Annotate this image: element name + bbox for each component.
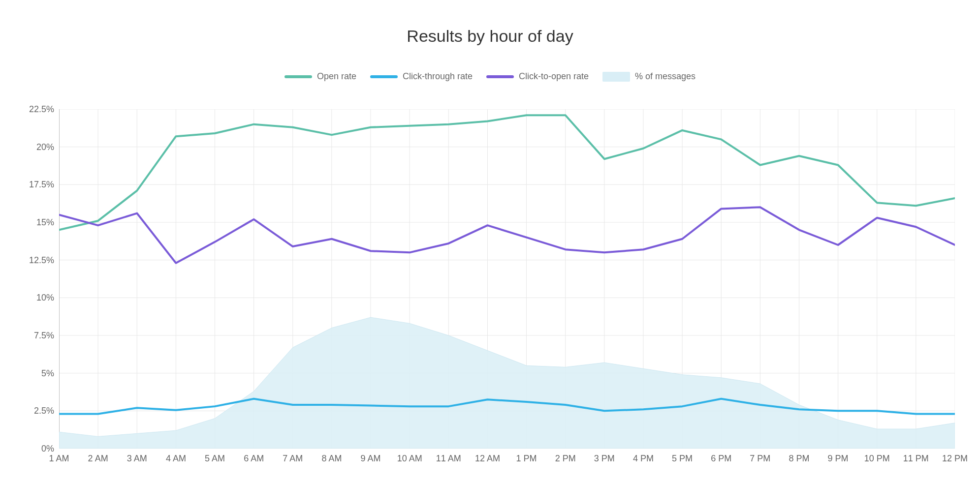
- x-tick-label: 12 AM: [475, 454, 500, 464]
- y-tick-label: 20%: [15, 142, 54, 152]
- y-tick-label: 5%: [15, 368, 54, 378]
- x-tick-label: 8 AM: [321, 454, 342, 464]
- x-tick-label: 9 PM: [828, 454, 849, 464]
- legend-item-ctr[interactable]: Click-through rate: [370, 71, 473, 82]
- legend-swatch-open-rate: [285, 75, 312, 78]
- x-tick-label: 11 AM: [436, 454, 461, 464]
- y-tick-label: 12.5%: [15, 255, 54, 265]
- x-tick-label: 12 PM: [942, 454, 968, 464]
- legend-label-pct-messages: % of messages: [635, 71, 695, 82]
- legend-label-open-rate: Open rate: [317, 71, 356, 82]
- x-tick-label: 11 PM: [903, 454, 929, 464]
- x-tick-label: 3 PM: [594, 454, 615, 464]
- x-tick-label: 7 AM: [283, 454, 303, 464]
- x-tick-label: 2 AM: [88, 454, 108, 464]
- y-tick-label: 10%: [15, 293, 54, 303]
- y-tick-label: 0%: [15, 444, 54, 454]
- plot-area: 0%2.5%5%7.5%10%12.5%15%17.5%20%22.5%1 AM…: [59, 109, 955, 449]
- chart-container: Results by hour of day Open rate Click-t…: [0, 0, 980, 484]
- legend-item-open-rate[interactable]: Open rate: [285, 71, 356, 82]
- x-tick-label: 6 AM: [244, 454, 264, 464]
- y-tick-label: 15%: [15, 217, 54, 228]
- legend-swatch-pct-messages: [602, 72, 630, 82]
- legend-swatch-ctr: [370, 75, 398, 78]
- x-tick-label: 5 AM: [205, 454, 225, 464]
- legend: Open rate Click-through rate Click-to-op…: [0, 71, 980, 82]
- x-tick-label: 9 AM: [361, 454, 381, 464]
- x-tick-label: 1 PM: [516, 454, 537, 464]
- legend-label-cto: Click-to-open rate: [519, 71, 589, 82]
- legend-label-ctr: Click-through rate: [403, 71, 473, 82]
- chart-svg: [59, 109, 955, 449]
- x-tick-label: 10 PM: [864, 454, 890, 464]
- legend-swatch-cto: [486, 75, 514, 78]
- chart-title: Results by hour of day: [0, 0, 980, 46]
- y-tick-label: 17.5%: [15, 180, 54, 190]
- legend-item-cto[interactable]: Click-to-open rate: [486, 71, 589, 82]
- legend-item-pct-messages[interactable]: % of messages: [602, 71, 695, 82]
- y-tick-label: 7.5%: [15, 331, 54, 341]
- x-tick-label: 1 AM: [49, 454, 69, 464]
- x-tick-label: 7 PM: [750, 454, 770, 464]
- x-tick-label: 10 AM: [397, 454, 422, 464]
- x-tick-label: 3 AM: [127, 454, 147, 464]
- x-tick-label: 4 AM: [166, 454, 186, 464]
- x-tick-label: 5 PM: [672, 454, 693, 464]
- y-tick-label: 2.5%: [15, 406, 54, 416]
- x-tick-label: 4 PM: [633, 454, 654, 464]
- x-tick-label: 2 PM: [555, 454, 576, 464]
- y-tick-label: 22.5%: [15, 104, 54, 115]
- x-tick-label: 8 PM: [789, 454, 809, 464]
- x-tick-label: 6 PM: [711, 454, 731, 464]
